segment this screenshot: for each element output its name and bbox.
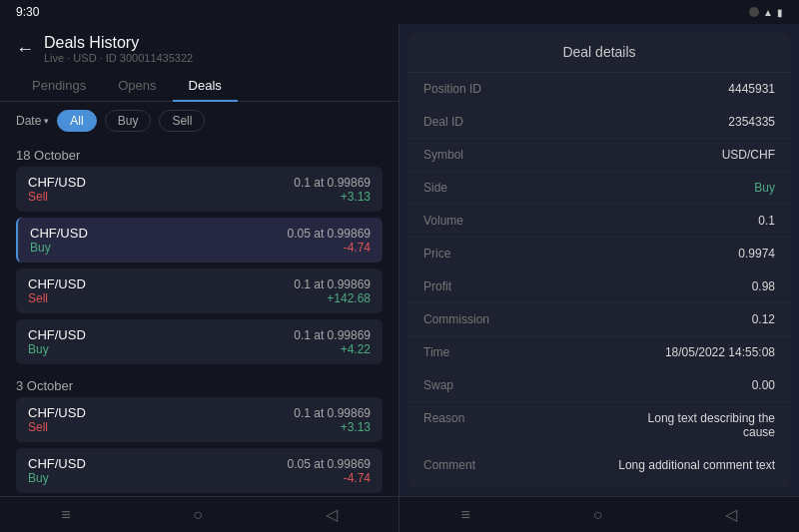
filter-buy-button[interactable]: Buy xyxy=(105,110,152,132)
detail-label: Profit xyxy=(423,279,513,293)
deal-symbol: CHF/USD xyxy=(28,276,86,291)
detail-label: Deal ID xyxy=(423,115,513,129)
back-icon[interactable]: ◁ xyxy=(326,505,338,524)
status-icons: ▲ ▮ xyxy=(749,7,783,18)
deal-type: Buy xyxy=(28,471,49,485)
deal-price: 0.1 at 0.99869 xyxy=(294,277,371,291)
deal-profit: +3.13 xyxy=(341,190,371,204)
deal-symbol: CHF/USD xyxy=(30,226,88,241)
detail-row-swap: Swap 0.00 xyxy=(407,369,791,402)
detail-value-volume: 0.1 xyxy=(513,214,775,228)
deal-symbol: CHF/USD xyxy=(28,456,86,471)
deal-profit: -4.74 xyxy=(344,241,371,255)
detail-label: Reason xyxy=(423,411,513,425)
detail-value-deal-id: 2354335 xyxy=(513,115,775,129)
detail-value-comment: Long additional comment text xyxy=(615,458,775,472)
detail-row-comment: Comment Long additional comment text xyxy=(407,449,791,481)
deal-type: Sell xyxy=(28,420,48,434)
status-time: 9:30 xyxy=(16,5,39,19)
deal-price: 0.1 at 0.99869 xyxy=(294,406,371,420)
deal-item[interactable]: CHF/USD 0.1 at 0.99869 Buy +4.22 xyxy=(16,319,383,364)
detail-row-position-id: Position ID 4445931 xyxy=(407,73,791,106)
deal-type: Buy xyxy=(28,342,49,356)
detail-label: Position ID xyxy=(423,82,513,96)
deal-symbol: CHF/USD xyxy=(28,175,86,190)
header-subtitle: Live · USD · ID 300011435322 xyxy=(44,52,193,64)
deal-item[interactable]: CHF/USD 0.05 at 0.99869 Buy -4.74 xyxy=(16,218,383,263)
detail-value-price: 0.9974 xyxy=(513,247,775,261)
menu-icon-right[interactable]: ≡ xyxy=(460,506,469,524)
detail-row-symbol: Symbol USD/CHF xyxy=(407,139,791,172)
detail-row-commission: Commission 0.12 xyxy=(407,303,791,336)
deal-details-title: Deal details xyxy=(407,32,791,73)
home-icon[interactable]: ○ xyxy=(193,506,203,524)
detail-row-volume: Volume 0.1 xyxy=(407,205,791,238)
detail-label: Commission xyxy=(423,312,513,326)
tab-pendings[interactable]: Pendings xyxy=(16,70,102,101)
detail-value-position-id: 4445931 xyxy=(513,82,775,96)
date-filter[interactable]: Date ▾ xyxy=(16,114,49,128)
tab-bar: Pendings Opens Deals xyxy=(0,70,399,102)
filter-sell-button[interactable]: Sell xyxy=(159,110,205,132)
bottom-nav-left: ≡ ○ ◁ xyxy=(0,496,399,532)
detail-row-profit: Profit 0.98 xyxy=(407,270,791,303)
tab-deals[interactable]: Deals xyxy=(173,70,238,101)
deal-item[interactable]: CHF/USD 0.05 at 0.99869 Buy -4.74 xyxy=(16,448,383,493)
detail-row-price: Price 0.9974 xyxy=(407,238,791,270)
detail-row-reason: Reason Long text describing the cause xyxy=(407,402,791,449)
deal-price: 0.05 at 0.99869 xyxy=(288,457,371,471)
deal-list: 18 October CHF/USD 0.1 at 0.99869 Sell +… xyxy=(0,140,399,496)
deal-symbol: CHF/USD xyxy=(28,327,86,342)
deal-type: Buy xyxy=(30,241,51,255)
detail-label: Swap xyxy=(423,378,513,392)
detail-value-profit: 0.98 xyxy=(513,279,775,293)
home-icon-right[interactable]: ○ xyxy=(593,506,603,524)
detail-label: Price xyxy=(423,247,513,261)
deal-item[interactable]: CHF/USD 0.1 at 0.99869 Sell +3.13 xyxy=(16,167,383,212)
detail-value-commission: 0.12 xyxy=(513,312,775,326)
status-bar: 9:30 ▲ ▮ xyxy=(0,0,799,24)
deal-profit: +3.13 xyxy=(341,420,371,434)
detail-row-deal-id: Deal ID 2354335 xyxy=(407,106,791,139)
deal-price: 0.05 at 0.99869 xyxy=(288,227,371,241)
tab-opens[interactable]: Opens xyxy=(102,70,172,101)
battery-icon: ▮ xyxy=(777,7,783,18)
signal-icon: ▲ xyxy=(763,7,773,18)
detail-label: Volume xyxy=(423,214,513,228)
deal-item[interactable]: CHF/USD 0.1 at 0.99869 Sell +142.68 xyxy=(16,268,383,313)
detail-label: Symbol xyxy=(423,148,513,162)
deal-item[interactable]: CHF/USD 0.1 at 0.99869 Sell +3.13 xyxy=(16,397,383,442)
status-dot xyxy=(749,7,759,17)
chevron-down-icon: ▾ xyxy=(44,116,49,126)
date-label: Date xyxy=(16,114,41,128)
page-title: Deals History xyxy=(44,34,193,52)
deal-price: 0.1 at 0.99869 xyxy=(294,328,371,342)
date-group-2: 3 October xyxy=(16,370,383,397)
header: ← Deals History Live · USD · ID 30001143… xyxy=(0,24,399,70)
detail-value-reason: Long text describing the cause xyxy=(615,411,775,439)
deal-type: Sell xyxy=(28,291,48,305)
detail-value-side: Buy xyxy=(513,181,775,195)
deal-profit: +4.22 xyxy=(341,342,371,356)
detail-value-swap: 0.00 xyxy=(513,378,775,392)
deal-details-panel: Deal details Position ID 4445931 Deal ID… xyxy=(407,32,791,488)
filter-all-button[interactable]: All xyxy=(57,110,96,132)
deal-profit: -4.74 xyxy=(344,471,371,485)
back-button[interactable]: ← xyxy=(16,39,34,60)
detail-value-symbol: USD/CHF xyxy=(513,148,775,162)
detail-label: Side xyxy=(423,181,513,195)
filter-bar: Date ▾ All Buy Sell xyxy=(0,102,399,140)
deal-type: Sell xyxy=(28,190,48,204)
detail-label: Time xyxy=(423,345,513,359)
bottom-nav-right: ≡ ○ ◁ xyxy=(400,496,799,532)
menu-icon[interactable]: ≡ xyxy=(61,506,70,524)
deal-profit: +142.68 xyxy=(327,291,371,305)
back-icon-right[interactable]: ◁ xyxy=(725,505,737,524)
date-group-1: 18 October xyxy=(16,140,383,167)
detail-row-time: Time 18/05/2022 14:55:08 xyxy=(407,336,791,369)
deal-symbol: CHF/USD xyxy=(28,405,86,420)
detail-row-side: Side Buy xyxy=(407,172,791,205)
deal-price: 0.1 at 0.99869 xyxy=(294,176,371,190)
detail-value-time: 18/05/2022 14:55:08 xyxy=(513,345,775,359)
detail-label: Comment xyxy=(423,458,513,472)
